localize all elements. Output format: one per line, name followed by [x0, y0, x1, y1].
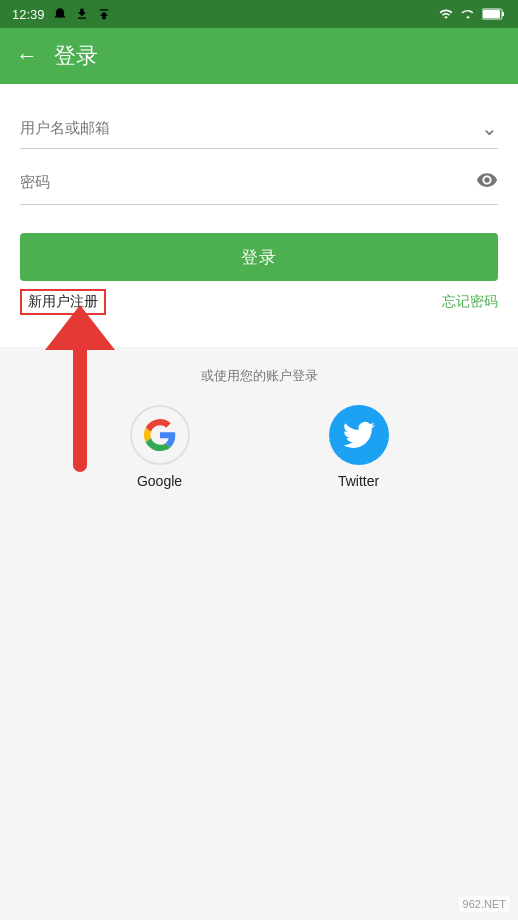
google-login-button[interactable]: Google	[130, 405, 190, 489]
google-icon-circle	[130, 405, 190, 465]
google-icon	[144, 419, 176, 451]
download-icon	[75, 7, 89, 21]
status-bar: 12:39	[0, 0, 518, 28]
twitter-icon	[343, 419, 375, 451]
battery-icon	[482, 7, 506, 21]
social-section: 或使用您的账户登录 Google Twitter	[0, 347, 518, 509]
upload-icon	[97, 7, 111, 21]
social-icons-row: Google Twitter	[20, 405, 498, 489]
login-form: 用户名或邮箱 ⌄ 密码 登录 新用户注册 忘记密码	[0, 84, 518, 347]
forgot-password-link[interactable]: 忘记密码	[442, 293, 498, 311]
dropdown-icon: ⌄	[481, 116, 498, 140]
register-link[interactable]: 新用户注册	[20, 289, 106, 315]
wifi-icon	[438, 7, 454, 21]
svg-rect-2	[502, 12, 504, 16]
twitter-login-button[interactable]: Twitter	[329, 405, 389, 489]
twitter-label: Twitter	[338, 473, 379, 489]
status-time: 12:39	[12, 7, 111, 22]
google-label: Google	[137, 473, 182, 489]
eye-icon[interactable]	[476, 169, 498, 196]
watermark: 962.NET	[459, 896, 510, 912]
password-field[interactable]: 密码	[20, 161, 498, 205]
top-bar: ← 登录	[0, 28, 518, 84]
or-text: 或使用您的账户登录	[20, 367, 498, 385]
twitter-icon-circle	[329, 405, 389, 465]
signal-icon	[460, 7, 476, 21]
status-icons	[438, 7, 506, 21]
notification-icon	[53, 7, 67, 21]
password-label: 密码	[20, 173, 476, 192]
username-label: 用户名或邮箱	[20, 119, 481, 138]
back-button[interactable]: ←	[16, 43, 38, 69]
login-button[interactable]: 登录	[20, 233, 498, 281]
username-field[interactable]: 用户名或邮箱 ⌄	[20, 108, 498, 149]
links-row: 新用户注册 忘记密码	[20, 289, 498, 315]
page-title: 登录	[54, 41, 98, 71]
svg-rect-3	[483, 10, 500, 18]
